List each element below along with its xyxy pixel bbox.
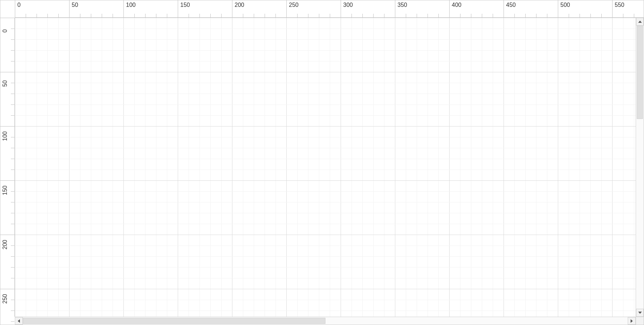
- vertical-scrollbar: [636, 18, 644, 317]
- h-ruler-tick: [580, 14, 580, 17]
- h-ruler-label: 200: [235, 2, 244, 8]
- v-ruler-tick: [11, 94, 14, 94]
- h-ruler-tick: [189, 14, 189, 17]
- v-ruler-label: 50: [2, 80, 8, 87]
- grid-v-major: [286, 18, 287, 317]
- v-ruler-tick: [11, 213, 14, 213]
- grid-v-minor: [275, 18, 276, 317]
- v-ruler-tick: [11, 245, 14, 246]
- h-ruler-label: 0: [17, 2, 21, 8]
- grid-v-minor: [243, 18, 243, 317]
- grid-v-minor: [210, 18, 211, 317]
- arrow-down-icon: [638, 312, 642, 314]
- h-ruler-tick: [37, 14, 37, 17]
- grid-v-major: [612, 18, 613, 317]
- grid-h-minor: [15, 104, 636, 105]
- h-ruler-major-0: 0: [15, 0, 15, 17]
- grid-h-minor: [15, 50, 636, 51]
- grid-h-minor: [15, 311, 636, 311]
- scroll-right-button[interactable]: [628, 317, 636, 325]
- vertical-scrollbar-thumb[interactable]: [637, 26, 643, 119]
- horizontal-ruler: 050100150200250300350400450500550: [15, 0, 644, 18]
- h-ruler-tick: [102, 14, 102, 17]
- grid-h-minor: [15, 148, 636, 148]
- grid-v-minor: [362, 18, 363, 317]
- grid-v-minor: [47, 18, 48, 317]
- grid-v-major: [504, 18, 504, 317]
- v-ruler-tick: [11, 29, 14, 29]
- horizontal-scrollbar-track[interactable]: [23, 317, 628, 325]
- horizontal-scrollbar: [15, 317, 636, 325]
- v-ruler-major-50: 50: [0, 72, 14, 72]
- h-ruler-tick: [167, 14, 167, 17]
- h-ruler-tick: [623, 14, 623, 17]
- grid-v-major: [558, 18, 558, 317]
- grid-h-minor: [15, 224, 636, 224]
- h-ruler-tick: [601, 14, 602, 17]
- grid-h-minor: [15, 83, 636, 83]
- ruler-canvas-window: 050100150200250300350400450500550 050100…: [0, 0, 644, 325]
- canvas-area[interactable]: [15, 18, 636, 317]
- v-ruler-major-150: 150: [0, 180, 14, 181]
- h-ruler-major-100: 100: [123, 0, 124, 17]
- grid-h-minor: [15, 202, 636, 202]
- v-ruler-tick: [11, 224, 14, 224]
- v-ruler-tick: [11, 256, 14, 257]
- scroll-down-button[interactable]: [636, 309, 644, 317]
- vertical-scrollbar-track[interactable]: [636, 26, 644, 309]
- grid-h-minor: [15, 137, 636, 137]
- grid-v-minor: [37, 18, 37, 317]
- grid-h-major: [15, 72, 636, 72]
- v-ruler-tick: [11, 115, 14, 116]
- grid-v-minor: [601, 18, 602, 317]
- grid-v-major: [15, 18, 15, 317]
- h-ruler-tick: [362, 14, 363, 17]
- v-ruler-tick: [11, 191, 14, 192]
- h-ruler-tick: [26, 14, 26, 17]
- grid-v-minor: [384, 18, 384, 317]
- grid-v-major: [341, 18, 341, 317]
- grid-v-minor: [460, 18, 460, 317]
- h-ruler-tick: [319, 14, 319, 17]
- grid-v-minor: [80, 18, 80, 317]
- v-ruler-tick: [11, 50, 14, 51]
- scroll-left-button[interactable]: [15, 317, 23, 325]
- h-ruler-tick: [634, 14, 634, 17]
- scroll-up-button[interactable]: [636, 18, 644, 26]
- h-ruler-tick: [482, 14, 482, 17]
- grid-h-minor: [15, 159, 636, 159]
- h-ruler-major-150: 150: [178, 0, 178, 17]
- grid-h-major: [15, 289, 636, 289]
- h-ruler-major-250: 250: [286, 0, 287, 17]
- grid-v-major: [395, 18, 395, 317]
- h-ruler-major-200: 200: [232, 0, 232, 17]
- grid-v-minor: [319, 18, 319, 317]
- grid-v-minor: [145, 18, 146, 317]
- h-ruler-tick: [275, 14, 276, 17]
- grid-v-major: [178, 18, 178, 317]
- h-ruler-tick: [547, 14, 547, 17]
- grid-v-minor: [471, 18, 471, 317]
- h-ruler-tick: [373, 14, 374, 17]
- grid-h-major: [15, 180, 636, 181]
- h-ruler-label: 550: [615, 2, 624, 8]
- h-ruler-tick: [352, 14, 352, 17]
- h-ruler-tick: [569, 14, 569, 17]
- h-ruler-label: 400: [452, 2, 462, 8]
- v-ruler-major-100: 100: [0, 126, 14, 127]
- h-ruler-tick: [438, 14, 439, 17]
- h-ruler-label: 250: [289, 2, 299, 8]
- h-ruler-label: 500: [560, 2, 570, 8]
- grid-v-minor: [221, 18, 222, 317]
- grid-v-minor: [417, 18, 417, 317]
- h-ruler-tick: [91, 14, 91, 17]
- h-ruler-tick: [460, 14, 460, 17]
- grid-v-minor: [167, 18, 167, 317]
- arrow-right-icon: [631, 319, 633, 323]
- h-ruler-tick: [58, 14, 59, 17]
- horizontal-scrollbar-thumb[interactable]: [23, 318, 325, 324]
- h-ruler-tick: [406, 14, 406, 17]
- grid-v-minor: [525, 18, 526, 317]
- v-ruler-label: 250: [2, 294, 8, 304]
- h-ruler-major-350: 350: [395, 0, 395, 17]
